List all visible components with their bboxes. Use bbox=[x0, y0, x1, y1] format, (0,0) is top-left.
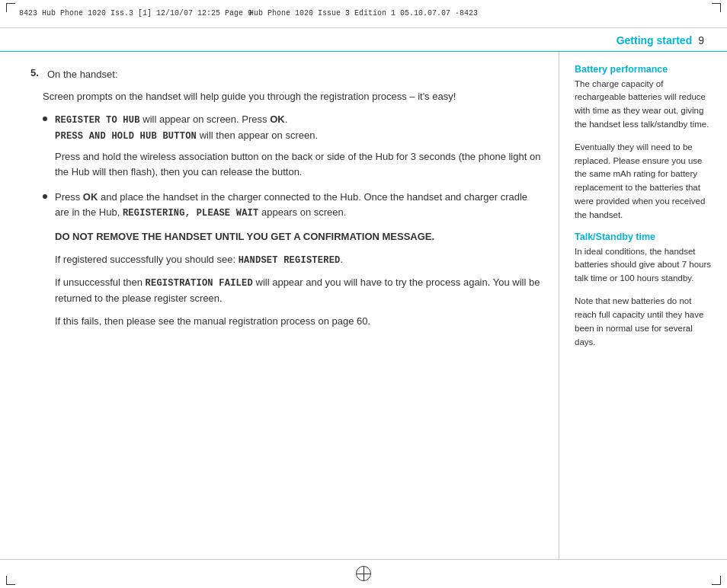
bullet-dot-1 bbox=[43, 117, 47, 121]
sidebar-heading-battery: Battery performance bbox=[575, 64, 712, 75]
bullet1-rest1: will appear on screen. Press bbox=[140, 113, 271, 125]
sidebar-text-standby1: In ideal conditions, the handset batteri… bbox=[575, 245, 712, 286]
bullet1-rest2: will then appear on screen. bbox=[197, 129, 318, 141]
bullet-item-2: Press OK and place the handset in the ch… bbox=[43, 190, 543, 221]
header-bar: 8423 Hub Phone 1020 Iss.3 [1] 12/10/07 1… bbox=[0, 0, 727, 28]
para2: If registered successfully you should se… bbox=[55, 252, 543, 268]
para2-pre: If registered successfully you should se… bbox=[55, 254, 239, 265]
step-para1: Screen prompts on the handset will help … bbox=[43, 89, 543, 104]
sidebar-text-battery2: Eventually they will need to be replaced… bbox=[575, 141, 712, 222]
bullet-section: REGISTER TO HUB will appear on screen. P… bbox=[43, 112, 543, 329]
page-container: 8423 Hub Phone 1020 Iss.3 [1] 12/10/07 1… bbox=[0, 0, 727, 588]
bullet1-end1: . bbox=[285, 113, 288, 125]
bullet1-extra: Press and hold the wireless association … bbox=[55, 149, 543, 180]
bullet-content-2: Press OK and place the handset in the ch… bbox=[55, 190, 543, 221]
footer-registration-mark bbox=[356, 566, 371, 581]
footer-area bbox=[0, 559, 727, 588]
bullet-content-1: REGISTER TO HUB will appear on screen. P… bbox=[55, 112, 543, 143]
left-column: 5. On the handset: Screen prompts on the… bbox=[0, 52, 559, 559]
bullet2-ok: OK bbox=[83, 191, 98, 203]
page-number: 9 bbox=[698, 34, 704, 46]
para4: If this fails, then please see the manua… bbox=[55, 314, 543, 329]
bullet2-end: appears on screen. bbox=[258, 206, 346, 218]
para2-mono: HANDSET REGISTERED bbox=[239, 255, 341, 266]
sidebar-section-standby: Talk/Standby time In ideal conditions, t… bbox=[575, 232, 712, 350]
sidebar-heading-standby: Talk/Standby time bbox=[575, 232, 712, 242]
right-column: Battery performance The charge capacity … bbox=[559, 52, 727, 559]
para3-pre: If unsuccessful then bbox=[55, 276, 146, 288]
bullet-dot-2 bbox=[43, 194, 47, 199]
sidebar-text-standby2: Note that new batteries do not reach ful… bbox=[575, 295, 712, 349]
warning-text: DO NOT REMOVE THE HANDSET UNTIL YOU GET … bbox=[55, 229, 543, 244]
corner-mark-tl bbox=[6, 3, 15, 12]
header-center-text: Hub Phone 1020 Issue 3 Edition 1 05.10.0… bbox=[249, 9, 478, 18]
bullet1-ok: OK bbox=[270, 113, 285, 125]
page-title: Getting started bbox=[617, 34, 693, 46]
header-left-text: 8423 Hub Phone 1020 Iss.3 [1] 12/10/07 1… bbox=[19, 9, 252, 18]
footer-corner-br bbox=[712, 576, 721, 585]
corner-mark-tr bbox=[712, 3, 721, 12]
para3-mono: REGISTRATION FAILED bbox=[146, 278, 253, 289]
step-intro: On the handset: bbox=[47, 67, 118, 82]
step-number: 5. bbox=[30, 67, 43, 78]
main-content: 5. On the handset: Screen prompts on the… bbox=[0, 52, 727, 559]
bullet1-mono2: PRESS AND HOLD HUB BUTTON bbox=[55, 131, 197, 142]
bullet1-mono1: REGISTER TO HUB bbox=[55, 115, 140, 126]
sidebar-text-battery1: The charge capacity of rechargeable batt… bbox=[575, 78, 712, 132]
step-heading: 5. On the handset: bbox=[30, 67, 543, 82]
bullet2-mono: REGISTERING, PLEASE WAIT bbox=[123, 208, 259, 219]
sidebar-section-battery: Battery performance The charge capacity … bbox=[575, 64, 712, 222]
para2-end: . bbox=[341, 254, 344, 265]
page-title-bar: Getting started 9 bbox=[0, 28, 727, 52]
footer-corner-bl bbox=[6, 576, 15, 585]
bullet2-pre: Press bbox=[55, 191, 83, 203]
bullet-item-1: REGISTER TO HUB will appear on screen. P… bbox=[43, 112, 543, 143]
para3: If unsuccessful then REGISTRATION FAILED… bbox=[55, 275, 543, 306]
